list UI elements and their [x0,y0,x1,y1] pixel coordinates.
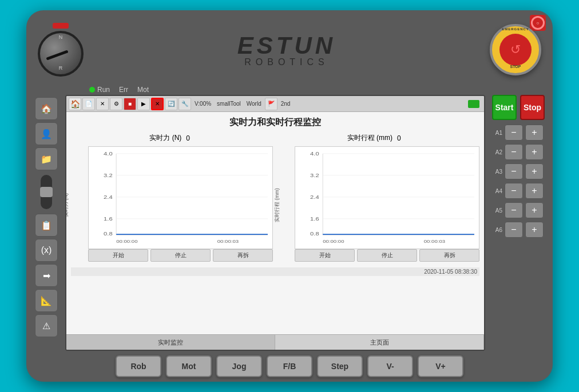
jog-button[interactable]: Jog [216,355,262,377]
toolbar-home-btn[interactable]: 🏠 [69,98,81,110]
dial-n-label: N [59,34,63,40]
toolbar-green-indicator [468,100,479,108]
axis-a4-label: A4 [492,188,502,194]
toolbar-btn-7[interactable]: 🔧 [179,98,191,110]
axis-a5-label: A5 [492,207,502,214]
start-button[interactable]: Start [492,95,517,120]
axis-a6-label: A6 [492,227,502,233]
svg-text:1.6: 1.6 [310,217,319,222]
toolbar-btn-1[interactable]: 📄 [82,98,95,110]
axis-a2-plus[interactable]: + [525,144,544,160]
axis-a5-plus[interactable]: + [525,202,544,218]
axis-a4-plus[interactable]: + [525,183,544,199]
force-start-btn[interactable]: 开始 [88,249,148,262]
stop-button[interactable]: Stop [520,95,545,120]
toolbar-btn-6[interactable]: 🔄 [165,98,177,110]
emg-label-emergency: EMERGENCY [502,27,529,31]
axis-a5-minus[interactable]: − [505,202,523,218]
slider[interactable] [41,175,52,209]
sidebar-btn-measure[interactable]: 📐 [35,289,58,312]
axis-a4-row: A4 − + [492,183,545,199]
axis-a4-minus[interactable]: − [505,183,523,199]
toolbar-btn-3[interactable]: ⚙ [110,98,122,110]
axis-a2-row: A2 − + [492,144,545,160]
toolbar-btn-stop[interactable]: ■ [124,98,136,110]
toolbar-flag-btn[interactable]: 🚩 [265,98,277,110]
travel-start-btn[interactable]: 开始 [295,249,355,262]
toolbar-tool: smallTool [215,101,243,107]
sidebar-btn-doc[interactable]: 📋 [35,214,58,237]
travel-header: 实时行程 (mm) 0 [347,133,401,143]
vplus-button[interactable]: V+ [418,355,463,377]
axis-a1-minus[interactable]: − [505,125,523,141]
force-header: 实时力 (N) 0 [149,133,190,143]
force-stop-btn[interactable]: 停止 [150,249,211,262]
axis-a3-label: A3 [492,169,502,175]
sidebar-btn-var[interactable]: (x) [35,239,58,262]
fb-button[interactable]: F/B [267,355,312,377]
toolbar-btn-2[interactable]: ✕ [96,98,109,110]
svg-text:3.2: 3.2 [104,173,113,178]
emg-label-stop: STOP [510,65,521,69]
toolbar-btn-5[interactable]: ✕ [151,98,164,110]
sidebar-btn-arrow[interactable]: ➡ [35,264,58,287]
tab-realtime[interactable]: 实时监控 [66,335,275,350]
sidebar-btn-user[interactable]: 👤 [35,122,58,145]
svg-text:00:00:00: 00:00:00 [116,239,138,244]
emg-inner: ↺ [499,34,532,66]
err-label: Err [119,86,128,94]
bottom-tabs: 实时监控 主页面 [66,334,484,350]
force-value: 0 [186,134,190,142]
travel-value: 0 [397,134,401,142]
svg-text:0.8: 0.8 [104,231,113,237]
axis-a2-minus[interactable]: − [505,144,523,160]
slider-thumb[interactable] [40,187,53,197]
svg-text:2.4: 2.4 [104,195,113,200]
svg-text:0.8: 0.8 [310,231,319,237]
power-button[interactable]: ○ [530,15,546,31]
toolbar-2nd: 2nd [279,101,293,107]
travel-y-label: 实时行程 (mm) [273,188,281,222]
tab-main[interactable]: 主页面 [275,335,484,350]
brand-name: ESTUN [84,32,490,59]
axis-a3-plus[interactable]: + [525,163,544,179]
brand-sub: ROBOTICS [84,57,490,67]
force-chart-wrapper: 实时力 (N) 4.0 [71,146,273,264]
toolbar-world: World [244,101,264,107]
rob-button[interactable]: Rob [116,355,161,377]
axis-a3-minus[interactable]: − [505,163,523,179]
force-reset-btn[interactable]: 再拆 [213,249,273,262]
run-indicator: Run [89,86,110,94]
axis-a1-plus[interactable]: + [525,125,544,141]
step-button[interactable]: Step [317,355,363,377]
travel-chart-controls: 开始 停止 再拆 [295,249,479,262]
mot-label: Mot [137,86,149,94]
axis-a6-minus[interactable]: − [505,222,523,238]
run-label: Run [97,86,110,94]
mode-dial[interactable]: N R [38,31,84,77]
svg-text:00:00:00: 00:00:00 [323,239,344,244]
top-bar: N R ESTUN ROBOTICS EMERGENCY ↺ STOP [26,10,553,85]
status-bar: Run Err Mot [26,85,553,95]
timestamp: 2020-11-05 08:38:30 [424,269,477,275]
axis-a6-plus[interactable]: + [525,222,544,238]
svg-text:00:00:03: 00:00:03 [424,239,446,244]
travel-stop-btn[interactable]: 停止 [357,249,417,262]
force-label: 实时力 (N) [149,133,181,143]
force-y-label: 实时力 (N) [66,193,70,217]
vminus-button[interactable]: V- [367,355,413,377]
sidebar-btn-folder[interactable]: 📁 [35,147,58,170]
travel-reset-btn[interactable]: 再拆 [419,249,479,262]
left-sidebar: 🏠 👤 📁 📋 (x) ➡ 📐 ⚠ [32,95,61,351]
red-indicator [53,23,69,29]
axis-a6-row: A6 − + [492,222,545,238]
mot-button[interactable]: Mot [166,355,212,377]
axis-a5-row: A5 − + [492,202,545,218]
dial-r-label: R [59,65,63,71]
sidebar-btn-home[interactable]: 🏠 [35,97,58,120]
toolbar-btn-4[interactable]: ▶ [137,98,150,110]
travel-chart: 4.0 3.2 2.4 1.6 0.8 00:00:00 00:00:03 [295,146,479,249]
emergency-stop-button[interactable]: EMERGENCY ↺ STOP [490,24,541,75]
sidebar-btn-warning[interactable]: ⚠ [35,314,58,337]
force-chart: 4.0 3.2 2.4 1.6 0.8 00:00:00 00:00:03 [88,146,273,249]
